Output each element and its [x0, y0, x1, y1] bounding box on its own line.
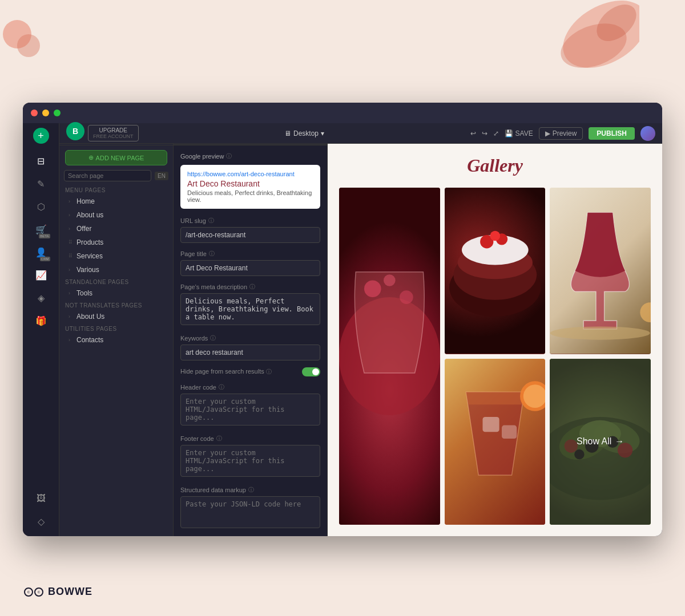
- search-page-input[interactable]: [64, 170, 151, 181]
- traffic-light-red[interactable]: [31, 110, 38, 116]
- google-preview-label: Google preview ⓘ: [180, 152, 320, 160]
- structured-data-label: Structured data markup ⓘ: [180, 486, 320, 494]
- sidebar-item-layers[interactable]: ◈: [31, 287, 51, 308]
- meta-desc-label: Page's meta description ⓘ: [180, 283, 320, 291]
- sidebar-item-media[interactable]: 🖼: [31, 488, 51, 509]
- page-item-contacts[interactable]: › Contacts 🔒 ⚙: [62, 334, 171, 346]
- meta-description-textarea[interactable]: Delicious meals, Perfect drinks, Breatht…: [180, 293, 320, 325]
- page-title-input[interactable]: [180, 260, 320, 276]
- traffic-light-yellow[interactable]: [42, 110, 49, 116]
- page-name: About us: [76, 211, 154, 219]
- tab-general[interactable]: General: [183, 145, 216, 145]
- info-icon: ⓘ: [216, 435, 222, 443]
- page-item-about[interactable]: › About us ⚙: [62, 209, 171, 221]
- sidebar-item-shop[interactable]: 🛒 BETA: [31, 219, 51, 240]
- sidebar-item-design[interactable]: ✎: [31, 173, 51, 194]
- tab-layouts[interactable]: Layouts: [216, 145, 250, 145]
- bowwe-footer: c c BOWWE: [24, 586, 92, 598]
- header-code-textarea[interactable]: [180, 394, 320, 425]
- design-icon: ✎: [37, 179, 45, 189]
- user-avatar[interactable]: [640, 126, 655, 141]
- desktop-icon: 🖥: [284, 129, 291, 137]
- desktop-button[interactable]: 🖥 Desktop ▾: [284, 129, 324, 137]
- page-name: Offer: [76, 225, 154, 233]
- keywords-label: Keywords ⓘ: [180, 334, 320, 342]
- chevron-icon: ›: [68, 212, 74, 218]
- footer-code-label: Footer code ⓘ: [180, 435, 320, 443]
- publish-button[interactable]: PUBLISH: [589, 127, 635, 140]
- sidebar-item-paint[interactable]: ⬡: [31, 196, 51, 217]
- gallery-item-cake[interactable]: [445, 188, 546, 354]
- layers-icon: ◈: [38, 293, 45, 303]
- sidebar-add-button[interactable]: +: [33, 128, 49, 144]
- browser-window: B UPGRADE FREE ACCOUNT 🖥 Desktop ▾ ↩ ↪ ⤢…: [23, 103, 662, 536]
- keywords-input[interactable]: [180, 345, 320, 360]
- gallery-item-wine[interactable]: [550, 188, 651, 354]
- gallery-item-drink[interactable]: [339, 188, 440, 525]
- structured-data-textarea[interactable]: [180, 496, 320, 528]
- page-item-home[interactable]: › Home 🔒 ⚙: [62, 195, 171, 208]
- preview-content: Gallery: [328, 144, 662, 536]
- share-button[interactable]: ⤢: [493, 129, 499, 137]
- crm-icon: 👤: [35, 247, 47, 258]
- tab-social-settings[interactable]: Social settings: [292, 145, 327, 145]
- traffic-light-green[interactable]: [54, 110, 61, 116]
- page-item-tools[interactable]: › Tools ⚙: [62, 287, 171, 299]
- redo-button[interactable]: ↪: [482, 129, 487, 137]
- chevron-icon: ⠿: [68, 240, 74, 245]
- page-item-about-us-nt[interactable]: › About Us 🔒 ⚙: [62, 310, 171, 323]
- menu-pages-label: Menu pages: [59, 185, 173, 194]
- url-slug-input[interactable]: [180, 227, 320, 243]
- chevron-icon: ›: [68, 314, 74, 319]
- hide-from-search-toggle[interactable]: [302, 367, 320, 376]
- media-icon: 🖼: [37, 493, 46, 504]
- sidebar-item-gift[interactable]: 🎁: [31, 310, 51, 331]
- sidebar-item-crm[interactable]: 👤 CRM: [31, 242, 51, 262]
- hide-from-search-row: Hide page from search results ⓘ: [180, 367, 320, 376]
- status-dot: [156, 212, 159, 216]
- gallery-image-cake: [445, 188, 546, 354]
- copyright-circle: c: [24, 587, 33, 597]
- undo-button[interactable]: ↩: [470, 129, 476, 137]
- add-page-icon: ⊕: [88, 154, 94, 161]
- svg-point-2: [590, 0, 639, 48]
- bowwe-logo-text: BOWWE: [48, 586, 92, 598]
- sidebar-item-pages[interactable]: ⊟: [31, 151, 51, 171]
- pages-icon: ⊟: [37, 156, 45, 167]
- page-item-various[interactable]: › Various ⚙: [62, 264, 171, 276]
- settings-small-icon: ⚙: [161, 314, 166, 320]
- tab-basic-seo[interactable]: Basic SEO: [250, 145, 292, 145]
- upgrade-button[interactable]: UPGRADE FREE ACCOUNT: [88, 125, 139, 141]
- save-button[interactable]: 💾 SAVE: [505, 129, 533, 137]
- not-translates-label: Not translates pages: [59, 300, 173, 310]
- sidebar-item-analytics[interactable]: 📈: [31, 265, 51, 285]
- settings-small-icon: ⚙: [161, 198, 166, 205]
- info-icon: ⓘ: [249, 283, 255, 291]
- show-all-overlay[interactable]: Show All →: [550, 359, 651, 525]
- tab-prev-button[interactable]: ‹: [174, 145, 183, 145]
- footer-code-textarea[interactable]: [180, 445, 320, 477]
- add-new-page-button[interactable]: ⊕ ADD NEW PAGE: [65, 150, 167, 165]
- shop-icon: 🛒: [35, 224, 47, 235]
- settings-small-icon: ⚙: [161, 240, 166, 246]
- toolbar-right: ↩ ↪ ⤢ 💾 SAVE ▶ Preview PUBLISH: [470, 126, 655, 141]
- settings-small-icon: ⚙: [161, 226, 166, 232]
- sidebar-item-settings[interactable]: ◇: [31, 511, 51, 532]
- gallery-item-salad[interactable]: Show All →: [550, 359, 651, 525]
- seo-content: Google preview ⓘ https://bowwe.com/art-d…: [174, 145, 327, 536]
- info-icon: ⓘ: [210, 334, 216, 342]
- utilities-pages-label: Utilities pages: [59, 323, 173, 333]
- page-item-services[interactable]: ⠿ Services ⚙: [62, 250, 171, 262]
- arrow-right-icon: →: [615, 436, 624, 447]
- gallery-item-cocktail[interactable]: [445, 359, 546, 525]
- chevron-icon: ›: [68, 267, 74, 273]
- page-item-products[interactable]: ⠿ Products 🔒 ⚙: [62, 236, 171, 249]
- info-icon: ⓘ: [209, 250, 215, 258]
- chevron-icon: ›: [68, 337, 74, 343]
- header-code-label: Header code ⓘ: [180, 383, 320, 391]
- page-item-offer[interactable]: › Offer ⚙: [62, 222, 171, 235]
- preview-button[interactable]: ▶ Preview: [539, 127, 583, 140]
- page-name: Products: [76, 238, 145, 246]
- show-all-text: Show All →: [577, 436, 624, 447]
- settings-small-icon: ⚙: [161, 337, 166, 343]
